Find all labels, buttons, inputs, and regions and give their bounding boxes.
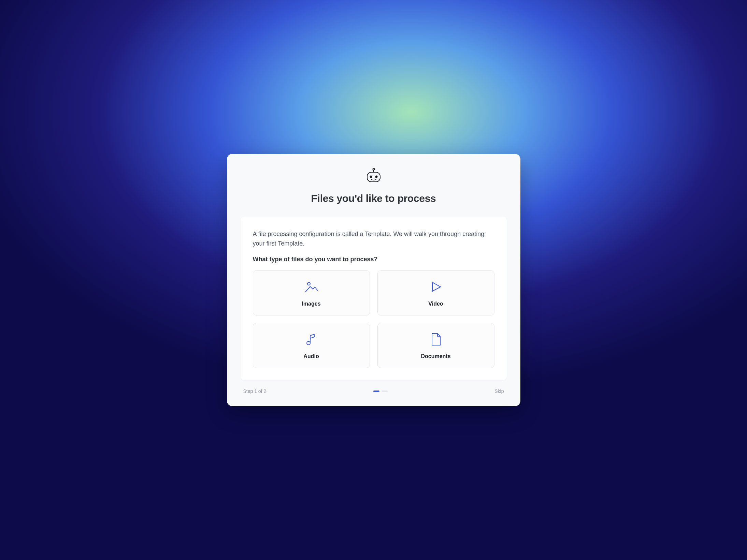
robot-icon [365,167,382,186]
play-icon [428,279,444,296]
onboarding-modal: Files you'd like to process A file proce… [227,154,520,407]
svg-point-6 [307,341,310,345]
svg-point-3 [370,176,372,177]
tile-images[interactable]: Images [253,270,370,315]
tile-documents[interactable]: Documents [377,323,494,368]
progress-step-1 [373,390,379,392]
tile-label: Documents [421,353,450,359]
file-type-tiles: Images Video Audio [253,270,494,368]
tile-video[interactable]: Video [377,270,494,315]
svg-point-5 [307,282,310,285]
tile-audio[interactable]: Audio [253,323,370,368]
step-indicator: Step 1 of 2 [243,388,267,394]
question-text: What type of files do you want to proces… [253,256,494,263]
svg-point-4 [375,176,377,177]
intro-text: A file processing configuration is calle… [253,230,494,249]
music-note-icon [303,331,319,349]
content-card: A file processing configuration is calle… [241,217,507,381]
tile-label: Images [302,301,320,307]
progress-step-2 [382,390,388,392]
tile-label: Video [428,301,443,307]
tile-label: Audio [303,353,319,359]
progress-dots [373,390,388,392]
modal-header: Files you'd like to process [241,167,507,204]
page-title: Files you'd like to process [241,193,507,204]
image-icon [303,279,319,296]
document-icon [428,331,444,349]
skip-button[interactable]: Skip [494,388,504,394]
modal-footer: Step 1 of 2 Skip [241,388,507,394]
